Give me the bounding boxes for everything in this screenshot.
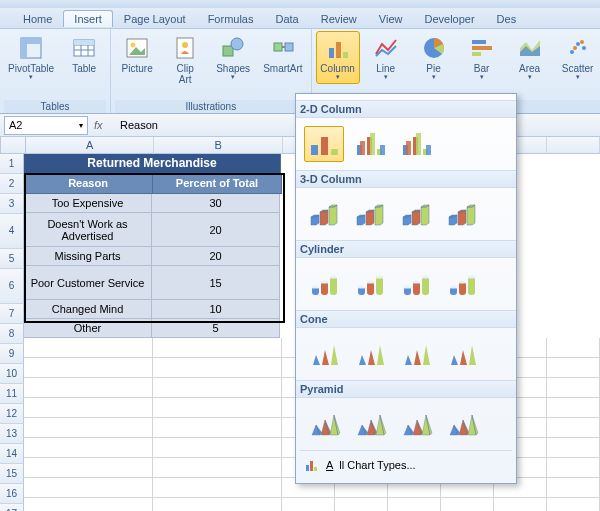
tab-view[interactable]: View bbox=[368, 10, 414, 27]
tab-des[interactable]: Des bbox=[486, 10, 528, 27]
chart-option[interactable] bbox=[396, 126, 436, 162]
row-header[interactable]: 15 bbox=[0, 464, 24, 484]
empty-cell[interactable] bbox=[547, 338, 600, 358]
empty-cell[interactable] bbox=[153, 338, 282, 358]
select-all-corner[interactable] bbox=[0, 137, 26, 154]
chart-option[interactable] bbox=[350, 336, 390, 372]
chart-option[interactable] bbox=[442, 336, 482, 372]
empty-cell[interactable] bbox=[335, 498, 388, 511]
tab-developer[interactable]: Developer bbox=[413, 10, 485, 27]
bar-button[interactable]: Bar▾ bbox=[460, 31, 504, 84]
table-cell[interactable]: Changed Mind bbox=[24, 300, 152, 319]
fx-icon[interactable]: fx bbox=[94, 118, 108, 132]
tab-review[interactable]: Review bbox=[310, 10, 368, 27]
table-button[interactable]: Table bbox=[62, 31, 106, 77]
line-button[interactable]: Line▾ bbox=[364, 31, 408, 84]
row-header[interactable]: 10 bbox=[0, 364, 24, 384]
empty-cell[interactable] bbox=[388, 498, 441, 511]
empty-cell[interactable] bbox=[547, 378, 600, 398]
empty-cell[interactable] bbox=[24, 378, 153, 398]
row-header[interactable]: 11 bbox=[0, 384, 24, 404]
shapes-button[interactable]: Shapes▾ bbox=[211, 31, 255, 84]
tab-home[interactable]: Home bbox=[12, 10, 63, 27]
row-header[interactable]: 6 bbox=[0, 269, 24, 304]
tab-insert[interactable]: Insert bbox=[63, 10, 113, 27]
clipart-button[interactable]: Clip Art bbox=[163, 31, 207, 88]
empty-cell[interactable] bbox=[24, 418, 153, 438]
row-header[interactable]: 13 bbox=[0, 424, 24, 444]
chart-option[interactable] bbox=[350, 266, 390, 302]
table-cell[interactable]: Too Expensive bbox=[24, 194, 152, 213]
table-cell[interactable]: 20 bbox=[152, 213, 280, 247]
chart-option[interactable] bbox=[396, 336, 436, 372]
picture-button[interactable]: Picture bbox=[115, 31, 159, 77]
pivottable-button[interactable]: PivotTable▾ bbox=[4, 31, 58, 84]
empty-cell[interactable] bbox=[547, 438, 600, 458]
empty-cell[interactable] bbox=[547, 358, 600, 378]
col-header-A[interactable]: A bbox=[26, 137, 155, 154]
row-header[interactable]: 17 bbox=[0, 504, 24, 511]
chart-option[interactable] bbox=[350, 126, 390, 162]
table-header[interactable]: Percent of Total bbox=[153, 174, 282, 194]
table-cell[interactable]: Missing Parts bbox=[24, 247, 152, 266]
scatter-button[interactable]: Scatter▾ bbox=[556, 31, 600, 84]
chart-option[interactable] bbox=[304, 406, 344, 442]
empty-cell[interactable] bbox=[153, 418, 282, 438]
table-cell[interactable]: 10 bbox=[152, 300, 280, 319]
table-title[interactable]: Returned Merchandise bbox=[24, 154, 281, 174]
chart-option[interactable] bbox=[350, 196, 390, 232]
name-box[interactable]: A2 ▾ bbox=[4, 116, 88, 135]
row-header[interactable]: 14 bbox=[0, 444, 24, 464]
chart-option[interactable] bbox=[442, 406, 482, 442]
empty-cell[interactable] bbox=[282, 498, 335, 511]
row-header[interactable]: 3 bbox=[0, 194, 24, 214]
chart-option[interactable] bbox=[304, 336, 344, 372]
empty-cell[interactable] bbox=[441, 498, 494, 511]
table-cell[interactable]: 30 bbox=[152, 194, 280, 213]
empty-cell[interactable] bbox=[24, 398, 153, 418]
table-header[interactable]: Reason bbox=[24, 174, 153, 194]
col-header-B[interactable]: B bbox=[154, 137, 283, 154]
all-chart-types-link[interactable]: All Chart Types... bbox=[300, 450, 512, 479]
empty-cell[interactable] bbox=[153, 438, 282, 458]
tab-formulas[interactable]: Formulas bbox=[197, 10, 265, 27]
empty-cell[interactable] bbox=[153, 358, 282, 378]
row-header[interactable]: 9 bbox=[0, 344, 24, 364]
empty-cell[interactable] bbox=[24, 458, 153, 478]
chart-option[interactable] bbox=[304, 126, 344, 162]
table-cell[interactable]: Doesn't Work as Advertised bbox=[24, 213, 152, 247]
chart-option[interactable] bbox=[304, 266, 344, 302]
table-cell[interactable]: 15 bbox=[152, 266, 280, 300]
table-cell[interactable]: Poor Customer Service bbox=[24, 266, 152, 300]
column-button[interactable]: Column▾ bbox=[316, 31, 360, 84]
pie-button[interactable]: Pie▾ bbox=[412, 31, 456, 84]
chart-option[interactable] bbox=[442, 266, 482, 302]
chart-option[interactable] bbox=[396, 406, 436, 442]
chart-option[interactable] bbox=[396, 266, 436, 302]
empty-cell[interactable] bbox=[547, 458, 600, 478]
empty-cell[interactable] bbox=[24, 478, 153, 498]
tab-data[interactable]: Data bbox=[264, 10, 309, 27]
empty-cell[interactable] bbox=[24, 338, 153, 358]
empty-cell[interactable] bbox=[24, 438, 153, 458]
table-cell[interactable]: 20 bbox=[152, 247, 280, 266]
tab-page-layout[interactable]: Page Layout bbox=[113, 10, 197, 27]
col-header[interactable] bbox=[547, 137, 600, 154]
row-header[interactable]: 2 bbox=[0, 174, 24, 194]
smartart-button[interactable]: SmartArt bbox=[259, 31, 306, 77]
row-header[interactable]: 12 bbox=[0, 404, 24, 424]
row-header[interactable]: 16 bbox=[0, 484, 24, 504]
area-button[interactable]: Area▾ bbox=[508, 31, 552, 84]
table-cell[interactable]: Other bbox=[24, 319, 152, 338]
row-header[interactable]: 5 bbox=[0, 249, 24, 269]
empty-cell[interactable] bbox=[494, 498, 547, 511]
chart-option[interactable] bbox=[396, 196, 436, 232]
chart-option[interactable] bbox=[442, 196, 482, 232]
empty-cell[interactable] bbox=[153, 498, 282, 511]
empty-cell[interactable] bbox=[547, 478, 600, 498]
empty-cell[interactable] bbox=[24, 358, 153, 378]
row-header[interactable]: 8 bbox=[0, 324, 24, 344]
empty-cell[interactable] bbox=[153, 478, 282, 498]
chart-option[interactable] bbox=[304, 196, 344, 232]
row-header[interactable]: 7 bbox=[0, 304, 24, 324]
